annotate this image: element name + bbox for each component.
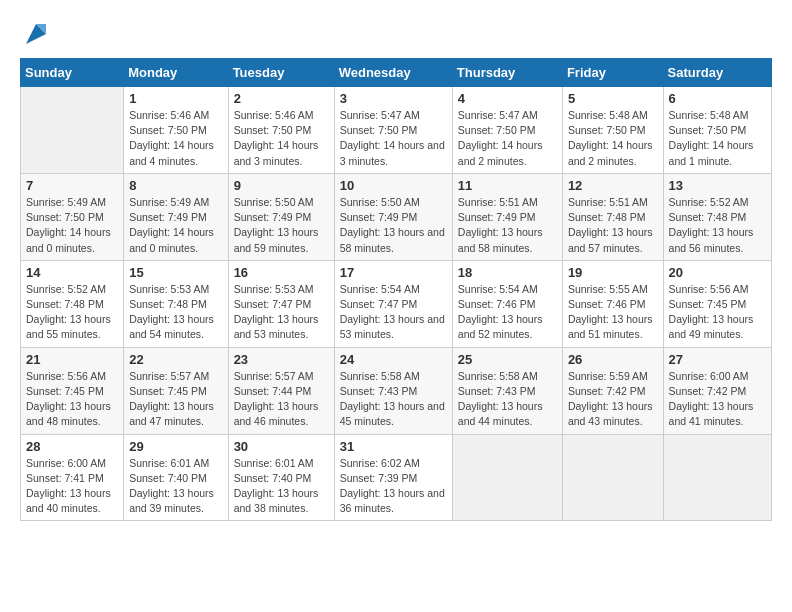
calendar-cell (21, 87, 124, 174)
day-number: 7 (26, 178, 118, 193)
calendar-week-row: 14Sunrise: 5:52 AMSunset: 7:48 PMDayligh… (21, 260, 772, 347)
day-detail: Sunrise: 6:00 AMSunset: 7:41 PMDaylight:… (26, 456, 118, 517)
calendar-cell: 24Sunrise: 5:58 AMSunset: 7:43 PMDayligh… (334, 347, 452, 434)
day-of-week-header: Thursday (452, 59, 562, 87)
day-number: 27 (669, 352, 766, 367)
day-number: 19 (568, 265, 658, 280)
day-number: 4 (458, 91, 557, 106)
calendar-cell: 30Sunrise: 6:01 AMSunset: 7:40 PMDayligh… (228, 434, 334, 521)
day-of-week-header: Friday (562, 59, 663, 87)
calendar-cell: 20Sunrise: 5:56 AMSunset: 7:45 PMDayligh… (663, 260, 771, 347)
day-detail: Sunrise: 5:48 AMSunset: 7:50 PMDaylight:… (568, 108, 658, 169)
calendar-cell: 31Sunrise: 6:02 AMSunset: 7:39 PMDayligh… (334, 434, 452, 521)
calendar-cell: 27Sunrise: 6:00 AMSunset: 7:42 PMDayligh… (663, 347, 771, 434)
day-number: 3 (340, 91, 447, 106)
day-number: 20 (669, 265, 766, 280)
calendar-cell: 3Sunrise: 5:47 AMSunset: 7:50 PMDaylight… (334, 87, 452, 174)
day-of-week-header: Saturday (663, 59, 771, 87)
day-number: 16 (234, 265, 329, 280)
calendar-cell: 1Sunrise: 5:46 AMSunset: 7:50 PMDaylight… (124, 87, 228, 174)
day-of-week-header: Sunday (21, 59, 124, 87)
calendar-cell: 14Sunrise: 5:52 AMSunset: 7:48 PMDayligh… (21, 260, 124, 347)
day-detail: Sunrise: 5:47 AMSunset: 7:50 PMDaylight:… (458, 108, 557, 169)
day-number: 25 (458, 352, 557, 367)
day-number: 5 (568, 91, 658, 106)
calendar-cell: 7Sunrise: 5:49 AMSunset: 7:50 PMDaylight… (21, 173, 124, 260)
calendar-cell: 29Sunrise: 6:01 AMSunset: 7:40 PMDayligh… (124, 434, 228, 521)
day-detail: Sunrise: 5:57 AMSunset: 7:45 PMDaylight:… (129, 369, 222, 430)
day-number: 31 (340, 439, 447, 454)
calendar-cell: 28Sunrise: 6:00 AMSunset: 7:41 PMDayligh… (21, 434, 124, 521)
logo (20, 20, 50, 48)
day-detail: Sunrise: 5:46 AMSunset: 7:50 PMDaylight:… (234, 108, 329, 169)
day-number: 11 (458, 178, 557, 193)
day-of-week-header: Tuesday (228, 59, 334, 87)
day-detail: Sunrise: 5:58 AMSunset: 7:43 PMDaylight:… (340, 369, 447, 430)
calendar-week-row: 7Sunrise: 5:49 AMSunset: 7:50 PMDaylight… (21, 173, 772, 260)
calendar-cell: 15Sunrise: 5:53 AMSunset: 7:48 PMDayligh… (124, 260, 228, 347)
day-detail: Sunrise: 5:51 AMSunset: 7:48 PMDaylight:… (568, 195, 658, 256)
day-number: 9 (234, 178, 329, 193)
day-number: 21 (26, 352, 118, 367)
calendar-week-row: 21Sunrise: 5:56 AMSunset: 7:45 PMDayligh… (21, 347, 772, 434)
day-detail: Sunrise: 5:49 AMSunset: 7:49 PMDaylight:… (129, 195, 222, 256)
day-number: 12 (568, 178, 658, 193)
day-number: 2 (234, 91, 329, 106)
day-number: 18 (458, 265, 557, 280)
day-detail: Sunrise: 5:46 AMSunset: 7:50 PMDaylight:… (129, 108, 222, 169)
day-detail: Sunrise: 5:47 AMSunset: 7:50 PMDaylight:… (340, 108, 447, 169)
calendar-cell (663, 434, 771, 521)
calendar-cell (562, 434, 663, 521)
day-detail: Sunrise: 5:59 AMSunset: 7:42 PMDaylight:… (568, 369, 658, 430)
day-detail: Sunrise: 6:02 AMSunset: 7:39 PMDaylight:… (340, 456, 447, 517)
day-detail: Sunrise: 5:50 AMSunset: 7:49 PMDaylight:… (234, 195, 329, 256)
calendar-cell: 25Sunrise: 5:58 AMSunset: 7:43 PMDayligh… (452, 347, 562, 434)
calendar-table: SundayMondayTuesdayWednesdayThursdayFrid… (20, 58, 772, 521)
day-number: 29 (129, 439, 222, 454)
calendar-cell: 23Sunrise: 5:57 AMSunset: 7:44 PMDayligh… (228, 347, 334, 434)
calendar-cell: 10Sunrise: 5:50 AMSunset: 7:49 PMDayligh… (334, 173, 452, 260)
day-number: 24 (340, 352, 447, 367)
day-detail: Sunrise: 5:57 AMSunset: 7:44 PMDaylight:… (234, 369, 329, 430)
day-detail: Sunrise: 5:53 AMSunset: 7:47 PMDaylight:… (234, 282, 329, 343)
day-detail: Sunrise: 5:54 AMSunset: 7:46 PMDaylight:… (458, 282, 557, 343)
day-number: 30 (234, 439, 329, 454)
calendar-cell: 21Sunrise: 5:56 AMSunset: 7:45 PMDayligh… (21, 347, 124, 434)
calendar-cell: 17Sunrise: 5:54 AMSunset: 7:47 PMDayligh… (334, 260, 452, 347)
calendar-cell: 12Sunrise: 5:51 AMSunset: 7:48 PMDayligh… (562, 173, 663, 260)
calendar-cell: 18Sunrise: 5:54 AMSunset: 7:46 PMDayligh… (452, 260, 562, 347)
page-header (20, 20, 772, 48)
day-detail: Sunrise: 5:55 AMSunset: 7:46 PMDaylight:… (568, 282, 658, 343)
day-detail: Sunrise: 5:54 AMSunset: 7:47 PMDaylight:… (340, 282, 447, 343)
day-number: 10 (340, 178, 447, 193)
day-number: 22 (129, 352, 222, 367)
calendar-cell: 6Sunrise: 5:48 AMSunset: 7:50 PMDaylight… (663, 87, 771, 174)
days-header-row: SundayMondayTuesdayWednesdayThursdayFrid… (21, 59, 772, 87)
day-detail: Sunrise: 5:58 AMSunset: 7:43 PMDaylight:… (458, 369, 557, 430)
day-of-week-header: Monday (124, 59, 228, 87)
calendar-cell: 5Sunrise: 5:48 AMSunset: 7:50 PMDaylight… (562, 87, 663, 174)
day-detail: Sunrise: 5:52 AMSunset: 7:48 PMDaylight:… (26, 282, 118, 343)
calendar-week-row: 28Sunrise: 6:00 AMSunset: 7:41 PMDayligh… (21, 434, 772, 521)
day-number: 14 (26, 265, 118, 280)
day-number: 17 (340, 265, 447, 280)
day-number: 15 (129, 265, 222, 280)
calendar-cell: 26Sunrise: 5:59 AMSunset: 7:42 PMDayligh… (562, 347, 663, 434)
calendar-cell: 19Sunrise: 5:55 AMSunset: 7:46 PMDayligh… (562, 260, 663, 347)
day-number: 13 (669, 178, 766, 193)
day-number: 28 (26, 439, 118, 454)
day-of-week-header: Wednesday (334, 59, 452, 87)
day-detail: Sunrise: 5:50 AMSunset: 7:49 PMDaylight:… (340, 195, 447, 256)
calendar-cell: 9Sunrise: 5:50 AMSunset: 7:49 PMDaylight… (228, 173, 334, 260)
day-number: 1 (129, 91, 222, 106)
calendar-cell: 13Sunrise: 5:52 AMSunset: 7:48 PMDayligh… (663, 173, 771, 260)
calendar-cell: 4Sunrise: 5:47 AMSunset: 7:50 PMDaylight… (452, 87, 562, 174)
day-number: 8 (129, 178, 222, 193)
calendar-week-row: 1Sunrise: 5:46 AMSunset: 7:50 PMDaylight… (21, 87, 772, 174)
day-detail: Sunrise: 5:56 AMSunset: 7:45 PMDaylight:… (26, 369, 118, 430)
calendar-cell: 22Sunrise: 5:57 AMSunset: 7:45 PMDayligh… (124, 347, 228, 434)
calendar-cell: 2Sunrise: 5:46 AMSunset: 7:50 PMDaylight… (228, 87, 334, 174)
day-detail: Sunrise: 5:53 AMSunset: 7:48 PMDaylight:… (129, 282, 222, 343)
day-detail: Sunrise: 5:49 AMSunset: 7:50 PMDaylight:… (26, 195, 118, 256)
logo-icon (22, 20, 50, 48)
